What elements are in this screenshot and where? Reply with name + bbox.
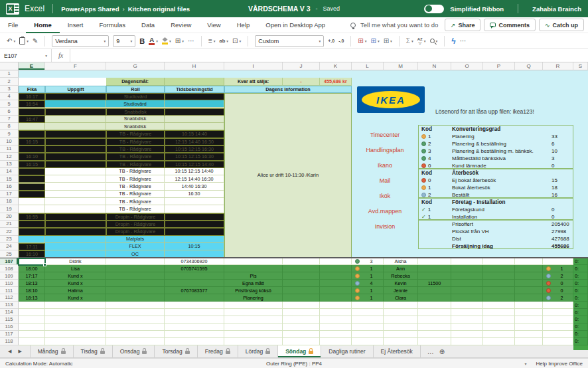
- cell-G12[interactable]: TB - Rådgivare: [106, 153, 165, 160]
- formula-input[interactable]: [70, 49, 588, 62]
- cell-N113[interactable]: [418, 302, 451, 309]
- name-box[interactable]: E107 ▾: [0, 49, 52, 62]
- cell-P109[interactable]: [483, 272, 515, 280]
- cell-O118[interactable]: [451, 338, 483, 345]
- cell-E15[interactable]: [19, 175, 45, 183]
- cell-F4[interactable]: [45, 93, 106, 100]
- row-header-1[interactable]: 1: [0, 70, 19, 78]
- cell-H20[interactable]: [165, 213, 224, 221]
- cell-I2[interactable]: Kvar att sälja:: [224, 78, 283, 85]
- ribbon-tab-file[interactable]: File: [0, 17, 26, 33]
- cell-L115[interactable]: [352, 316, 384, 323]
- cell-F8[interactable]: [45, 123, 106, 130]
- cell-E13[interactable]: 16:15: [19, 161, 45, 168]
- cell-H116[interactable]: [165, 323, 224, 331]
- cell-F116[interactable]: [45, 323, 106, 331]
- cell-K113[interactable]: [320, 302, 352, 309]
- cell-Q112[interactable]: [515, 294, 543, 302]
- cell-H6[interactable]: [165, 108, 224, 116]
- sheet-tab-dagliga-rutiner[interactable]: Dagliga rutiner: [321, 345, 373, 357]
- cell-G22[interactable]: Dropin - Rådgivare: [106, 228, 165, 235]
- row-header-116[interactable]: 116: [0, 323, 19, 331]
- cell-E9[interactable]: [19, 130, 45, 138]
- cell-K111[interactable]: [320, 287, 352, 294]
- cell-G5[interactable]: Studiovärd: [106, 100, 165, 108]
- cell-G23[interactable]: Matplats: [106, 236, 165, 243]
- breadcrumb-item-folder[interactable]: Kitchen original files: [128, 5, 190, 13]
- row-header-14[interactable]: 14: [0, 168, 19, 175]
- cell-O115[interactable]: [451, 316, 483, 323]
- cell-K2[interactable]: 455,686 kr: [320, 78, 352, 85]
- sheet-tab-måndag[interactable]: Måndag: [30, 345, 74, 357]
- sheet-tab-lördag[interactable]: Lördag: [238, 345, 278, 357]
- cell-F11[interactable]: [45, 145, 106, 153]
- cell-S114[interactable]: 0:: [573, 309, 588, 316]
- row-header-7[interactable]: 7: [0, 116, 19, 123]
- cell-F22[interactable]: [45, 228, 106, 235]
- cell-P113[interactable]: [483, 302, 515, 309]
- cell-I117[interactable]: [224, 331, 283, 338]
- cell-F9[interactable]: [45, 130, 106, 138]
- cell-N111[interactable]: [418, 287, 451, 294]
- cell-L116[interactable]: [352, 323, 384, 331]
- cell-O116[interactable]: [451, 323, 483, 331]
- cell-Q113[interactable]: [515, 302, 543, 309]
- cell-J118[interactable]: [283, 338, 320, 345]
- ribbon-tab-data[interactable]: Data: [133, 17, 163, 33]
- row-header-4[interactable]: 4: [0, 93, 19, 100]
- fx-icon[interactable]: fx: [52, 49, 70, 62]
- column-header-J[interactable]: J: [283, 62, 320, 70]
- cell-Q116[interactable]: [515, 323, 543, 331]
- wrap-text-button[interactable]: ab ▾: [220, 38, 229, 44]
- alignment-button[interactable]: ≡ ▾: [208, 37, 216, 45]
- cell-M109[interactable]: Rebecka: [384, 272, 418, 280]
- cell-H10[interactable]: 12:15 14:40 16:30: [165, 138, 224, 145]
- cell-L113[interactable]: [352, 302, 384, 309]
- cell-M107[interactable]: Aisha: [384, 258, 418, 266]
- cell-O113[interactable]: [451, 302, 483, 309]
- analyze-data-button[interactable]: ϟ: [451, 37, 455, 46]
- borders-button[interactable]: ⊞ ▾: [175, 37, 184, 45]
- cell-G118[interactable]: [106, 338, 165, 345]
- cell-H4[interactable]: [165, 93, 224, 100]
- cell-L110[interactable]: 4: [352, 280, 384, 287]
- link-avdmappen[interactable]: Avd.mappen: [353, 207, 417, 215]
- cell-styles-button[interactable]: ⊞ ▾: [371, 37, 380, 45]
- find-button[interactable]: ▾: [430, 39, 438, 43]
- cell-F3[interactable]: Uppgift: [45, 86, 106, 93]
- cell-S115[interactable]: 0:: [573, 316, 588, 323]
- cell-E14[interactable]: [19, 168, 45, 175]
- row-header-107[interactable]: 107: [0, 258, 19, 266]
- cell-H107[interactable]: 0734306920: [165, 258, 224, 266]
- column-header-S[interactable]: S: [573, 62, 588, 70]
- cell-F5[interactable]: [45, 100, 106, 108]
- cell-G6[interactable]: Snabbdisk: [106, 108, 165, 116]
- cell-K117[interactable]: [320, 331, 352, 338]
- cell-H17[interactable]: 16:30: [165, 191, 224, 198]
- row-header-3[interactable]: 3: [0, 86, 19, 93]
- fill-handle[interactable]: [43, 263, 46, 266]
- cell-P108[interactable]: [483, 265, 515, 272]
- bold-button[interactable]: B: [139, 37, 145, 45]
- link-handlingsplan[interactable]: Handlingsplan: [353, 146, 417, 154]
- cell-G108[interactable]: [106, 265, 165, 272]
- cell-P107[interactable]: [483, 258, 515, 266]
- cell-M116[interactable]: [384, 323, 418, 331]
- row-header-6[interactable]: 6: [0, 108, 19, 116]
- user-name[interactable]: Zahabia Brainch: [532, 5, 581, 13]
- font-name-select[interactable]: Verdana▾: [52, 35, 109, 47]
- cell-L107[interactable]: 3: [352, 258, 384, 266]
- cell-K116[interactable]: [320, 323, 352, 331]
- cell-E108[interactable]: 18:00: [19, 265, 45, 272]
- cell-G8[interactable]: Snabbdisk: [106, 123, 165, 130]
- cell-H24[interactable]: 10:15: [165, 243, 224, 250]
- cell-G4[interactable]: Studiovärd: [106, 93, 165, 100]
- cell-I112[interactable]: Planering: [224, 294, 283, 302]
- cell-G107[interactable]: [106, 258, 165, 266]
- cell-P117[interactable]: [483, 331, 515, 338]
- calculation-mode[interactable]: Calculation Mode: Automatic: [5, 361, 72, 367]
- cell-S108[interactable]: 0:: [573, 265, 588, 272]
- cell-P116[interactable]: [483, 323, 515, 331]
- column-header-G[interactable]: G: [106, 62, 165, 70]
- cell-H22[interactable]: [165, 228, 224, 235]
